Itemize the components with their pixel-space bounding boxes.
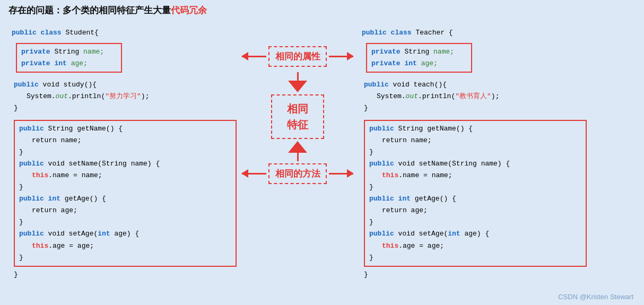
s-f1-type: String	[54, 48, 83, 56]
teacher-panel: public class Teacher { private String na…	[353, 20, 592, 298]
teacher-class-decl: public class Teacher {	[362, 25, 587, 41]
same-methods-label: 相同的方法	[268, 163, 327, 184]
teacher-field2: private int age;	[371, 58, 467, 69]
center-panel: 相同的属性 相同特征 相同的方法	[242, 20, 353, 298]
main-area: public class Student{ private String nam…	[0, 20, 644, 303]
student-class-kw: class	[41, 29, 66, 37]
same-methods-row: 相同的方法	[242, 163, 353, 184]
teacher-class-kw: class	[391, 29, 416, 37]
same-attrs-label: 相同的属性	[268, 46, 327, 67]
s-f2-kw: private	[21, 59, 54, 67]
same-attrs-row: 相同的属性	[242, 46, 353, 67]
student-field1: private String name;	[21, 46, 117, 58]
student-panel: public class Student{ private String nam…	[8, 20, 242, 298]
student-class-decl: public class Student{	[12, 25, 237, 41]
teacher-fields-box: private String name; private int age;	[366, 43, 472, 73]
s-f2-name: age;	[71, 59, 88, 67]
student-methods-box: public String getName() { return name; }…	[14, 120, 237, 267]
title-highlight: 代码冗余	[171, 5, 207, 15]
student-class-name: Student{	[65, 29, 98, 37]
teacher-teach-method: public void teach(){ System.out.println(…	[364, 79, 587, 114]
page-title: 存在的问题：多个类的相同特征产生大量代码冗余	[0, 0, 644, 20]
down-arrow	[288, 72, 307, 92]
student-field2: private int age;	[21, 58, 117, 69]
teacher-methods-box: public String getName() { return name; }…	[364, 120, 587, 267]
teacher-field1: private String name;	[371, 46, 467, 58]
student-study-method: public void study(){ System.out.println(…	[14, 79, 237, 114]
teacher-public-kw: public	[362, 29, 391, 37]
student-fields-box: private String name; private int age;	[16, 43, 122, 73]
up-arrow	[288, 141, 307, 161]
s-f2-type: int	[54, 59, 71, 67]
watermark: CSDN @Kristen Stewart	[558, 293, 633, 301]
student-public-kw: public	[12, 29, 41, 37]
teacher-class-name: Teacher {	[415, 29, 452, 37]
s-f1-kw: private	[21, 48, 54, 56]
same-feature-label: 相同特征	[271, 94, 324, 139]
title-prefix: 存在的问题：多个类的相同特征产生大量	[8, 5, 171, 15]
s-f1-name: name;	[83, 48, 104, 56]
